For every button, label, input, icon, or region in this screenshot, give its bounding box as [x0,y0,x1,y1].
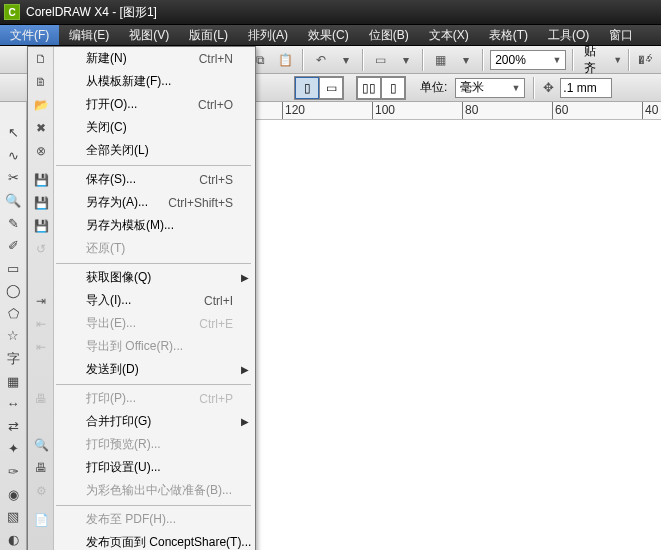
ruler-tick: 120 [282,102,283,119]
menu-item[interactable]: 合并打印(G)▶ [28,410,255,433]
zoom-level-combo[interactable]: 200% ▼ [490,50,566,70]
menu-item[interactable]: 发布页面到 ConceptShare(T)... [28,531,255,550]
snap-label[interactable]: 贴齐 [584,43,607,77]
ruler-origin[interactable] [0,102,27,120]
menu-item: ⚙为彩色输出中心做准备(B)... [28,479,255,502]
tool-pick-icon[interactable]: ↖ [2,122,25,144]
tool-connector-icon[interactable]: ⇄ [2,416,25,438]
menu-item-label: 导出(E)... [54,315,199,332]
units-label: 单位: [420,79,447,96]
dropdown-icon[interactable]: ▾ [455,49,476,71]
closeall-icon: ⊗ [28,144,54,158]
tool-crop-icon[interactable]: ✂ [2,167,25,189]
menu-item[interactable]: ✖关闭(C) [28,116,255,139]
new-icon: 🗋 [28,52,54,66]
tool-rect-icon[interactable]: ▭ [2,257,25,279]
tool-dimension-icon[interactable]: ↔ [2,393,25,415]
portrait-button[interactable]: ▯ [295,77,319,99]
tool-polygon-icon[interactable]: ⬠ [2,303,25,325]
tool-outline-icon[interactable]: ◉ [2,483,25,505]
tool-ellipse-icon[interactable]: ◯ [2,280,25,302]
tool-interactive-icon[interactable]: ◐ [2,528,25,550]
menu-6[interactable]: 位图(B) [359,25,419,45]
tool-table-icon[interactable]: ▦ [2,370,25,392]
menu-item[interactable]: ⇥导入(I)...Ctrl+I [28,289,255,312]
menu-item-label: 导入(I)... [54,292,204,309]
tool-fill-icon[interactable]: ▧ [2,506,25,528]
menu-item[interactable]: 发送到(D)▶ [28,358,255,381]
menu-item-shortcut: Ctrl+O [198,98,255,112]
pdf-icon: 📄 [28,513,54,527]
menu-item[interactable]: 🖶打印设置(U)... [28,456,255,479]
menu-item[interactable]: 💾另存为(A)...Ctrl+Shift+S [28,191,255,214]
units-combo[interactable]: 毫米 ▼ [455,78,525,98]
tool-shapes-icon[interactable]: ☆ [2,325,25,347]
menu-item-label: 关闭(C) [54,119,255,136]
menu-item-shortcut: Ctrl+I [204,294,255,308]
menu-item: ↺还原(T) [28,237,255,260]
menu-item-label: 打开(O)... [54,96,198,113]
landscape-button[interactable]: ▭ [319,77,343,99]
separator [533,77,535,99]
separator [572,49,574,71]
submenu-arrow-icon: ▶ [241,364,249,375]
options-icon[interactable]: �శ [636,49,657,71]
menu-item: ⇤导出到 Office(R)... [28,335,255,358]
paste-icon[interactable]: 📋 [275,49,296,71]
menu-item-label: 保存(S)... [54,171,199,188]
prepress-icon: ⚙ [28,484,54,498]
submenu-arrow-icon: ▶ [241,416,249,427]
menu-7[interactable]: 文本(X) [419,25,479,45]
preview-icon: 🔍 [28,438,54,452]
menu-item[interactable]: 获取图像(Q)▶ [28,266,255,289]
file-menu-dropdown: 🗋新建(N)Ctrl+N🗎从模板新建(F)...📂打开(O)...Ctrl+O✖… [27,46,256,550]
menu-0[interactable]: 文件(F) [0,25,59,45]
nudge-icon: ✥ [543,80,554,95]
undo-icon[interactable]: ↶ [310,49,331,71]
menu-item-label: 新建(N) [54,50,199,67]
separator [302,49,304,71]
tool-effects-icon[interactable]: ✦ [2,438,25,460]
redo-icon[interactable]: ▾ [335,49,356,71]
tool-eyedrop-icon[interactable]: ✑ [2,461,25,483]
page-layout-button-1[interactable]: ▯▯ [357,77,381,99]
menu-item[interactable]: 💾保存(S)...Ctrl+S [28,168,255,191]
page-layout-button-2[interactable]: ▯ [381,77,405,99]
menu-item-label: 获取图像(Q) [54,269,255,286]
separator [628,49,630,71]
menu-item[interactable]: 💾另存为模板(M)... [28,214,255,237]
export-icon[interactable]: ▾ [395,49,416,71]
zoom-value: 200% [495,53,526,67]
chevron-down-icon: ▼ [553,55,562,65]
app-launcher-icon[interactable]: ▦ [430,49,451,71]
close-icon: ✖ [28,121,54,135]
menu-item[interactable]: ⊗全部关闭(L) [28,139,255,162]
printset-icon: 🖶 [28,461,54,475]
import-icon[interactable]: ▭ [370,49,391,71]
tool-smart-icon[interactable]: ✐ [2,235,25,257]
menu-4[interactable]: 排列(A) [238,25,298,45]
chevron-down-icon[interactable]: ▼ [613,55,622,65]
import-icon: ⇥ [28,294,54,308]
menu-item-label: 为彩色输出中心做准备(B)... [54,482,255,499]
submenu-arrow-icon: ▶ [241,272,249,283]
menu-item-shortcut: Ctrl+P [199,392,255,406]
menu-item: 🖶打印(P)...Ctrl+P [28,387,255,410]
menu-1[interactable]: 编辑(E) [59,25,119,45]
tool-shape-icon[interactable]: ∿ [2,145,25,167]
menu-item[interactable]: 🗋新建(N)Ctrl+N [28,47,255,70]
menu-item[interactable]: 📂打开(O)...Ctrl+O [28,93,255,116]
menu-item: 🔍打印预览(R)... [28,433,255,456]
menu-8[interactable]: 表格(T) [479,25,538,45]
tool-text-icon[interactable]: 字 [2,348,25,370]
menu-item-label: 还原(T) [54,240,255,257]
tool-zoom-icon[interactable]: 🔍 [2,190,25,212]
menu-item[interactable]: 🗎从模板新建(F)... [28,70,255,93]
menu-5[interactable]: 效果(C) [298,25,359,45]
menu-item-label: 另存为(A)... [54,194,168,211]
menu-item-shortcut: Ctrl+E [199,317,255,331]
tool-freehand-icon[interactable]: ✎ [2,212,25,234]
nudge-distance-input[interactable]: .1 mm [560,78,612,98]
menu-3[interactable]: 版面(L) [179,25,238,45]
menu-2[interactable]: 视图(V) [119,25,179,45]
